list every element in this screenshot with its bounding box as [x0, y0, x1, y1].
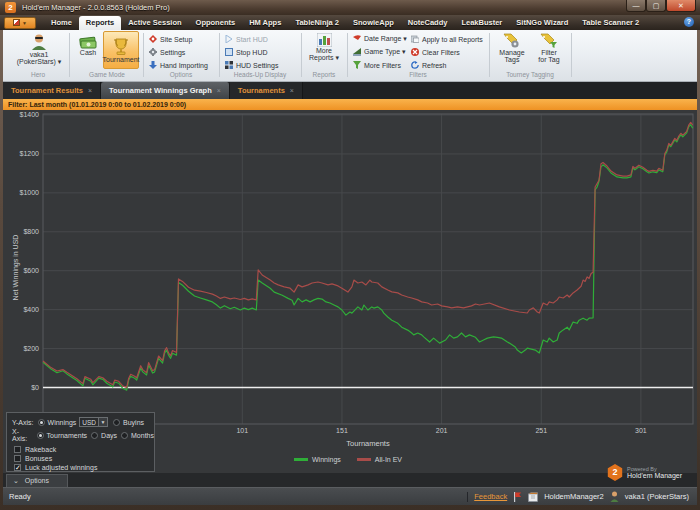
filter-for-tag-line2: for Tag: [538, 56, 559, 63]
hud-settings-button[interactable]: HUD Settings: [225, 60, 278, 70]
group-label-game-mode: Game Mode: [71, 71, 143, 78]
axis-options-panel: Y-Axis: Winnings USD ▼ Buyins X-Axis: To…: [6, 412, 155, 472]
start-hud-label: Start HUD: [236, 36, 268, 43]
stop-hud-button[interactable]: Stop HUD: [225, 47, 268, 57]
rakeback-checkbox[interactable]: [14, 446, 21, 453]
manage-tags-line1: Manage: [499, 49, 524, 56]
menu-tab-home[interactable]: Home: [44, 16, 79, 30]
tab-tournaments[interactable]: Tournaments ×: [230, 82, 303, 99]
start-hud-button[interactable]: Start HUD: [225, 34, 268, 44]
close-icon[interactable]: ×: [217, 87, 221, 94]
feedback-link[interactable]: Feedback: [474, 492, 507, 501]
clear-filters-label: Clear Filters: [422, 49, 460, 56]
manage-tags-button[interactable]: Manage Tags: [495, 33, 529, 63]
winnings-radio-label[interactable]: Winnings: [48, 419, 77, 426]
x-axis-row-label: X-Axis:: [12, 428, 33, 442]
y-tick-label: $1200: [3, 150, 39, 157]
hand-importing-button[interactable]: Hand Importing: [149, 60, 208, 70]
hand-importing-label: Hand Importing: [160, 62, 208, 69]
user-name[interactable]: vaka1 (PokerStars): [625, 492, 689, 501]
refresh-label: Refresh: [422, 62, 447, 69]
y-tick-label: $0: [3, 384, 39, 391]
menu-tab-opponents[interactable]: Opponents: [189, 16, 243, 30]
close-button[interactable]: ✕: [666, 0, 696, 12]
options-expander[interactable]: ⌄ Options: [6, 474, 68, 487]
filter-for-tag-button[interactable]: Filter for Tag: [533, 33, 565, 63]
menu-tab-hm-apps[interactable]: HM Apps: [242, 16, 288, 30]
maximize-button[interactable]: ▢: [646, 0, 666, 12]
database-cube-icon[interactable]: [528, 492, 538, 502]
months-radio[interactable]: [121, 432, 128, 439]
title-bar: 2 Hold'em Manager - 2.0.0.8563 (Holdem P…: [0, 0, 700, 15]
tournament-button[interactable]: Tournament: [103, 31, 139, 69]
account-name[interactable]: HoldemManager2: [544, 492, 604, 501]
game-type-label: Game Type ▾: [364, 48, 406, 56]
y-tick-label: $800: [3, 228, 39, 235]
rakeback-label[interactable]: Rakeback: [25, 446, 56, 453]
apply-to-all-reports-button[interactable]: Apply to all Reports: [411, 34, 483, 44]
tournaments-radio[interactable]: [37, 432, 44, 439]
x-tick-label: 151: [330, 427, 354, 434]
tab-tournament-winnings-graph[interactable]: Tournament Winnings Graph ×: [101, 82, 230, 99]
cash-button[interactable]: Cash: [75, 36, 101, 56]
luck-adjusted-label[interactable]: Luck adjusted winnings: [25, 464, 97, 471]
menu-tab-reports[interactable]: Reports: [79, 16, 121, 30]
luck-adjusted-checkbox[interactable]: ✓: [14, 464, 21, 471]
menu-tab-active-session[interactable]: Active Session: [121, 16, 188, 30]
legend-allin-ev: All-In EV: [357, 456, 402, 463]
app-menu-flag-icon: [13, 19, 20, 26]
filter-bar[interactable]: Filter: Last month (01.01.2019 0:00 to 0…: [3, 99, 697, 110]
currency-dropdown[interactable]: USD ▼: [79, 417, 108, 427]
menu-tab-tableninja[interactable]: TableNinja 2: [288, 16, 346, 30]
minimize-button[interactable]: —: [626, 0, 646, 12]
app-menu-button[interactable]: ▼: [4, 17, 36, 29]
y-tick-label: $600: [3, 267, 39, 274]
apply-to-all-reports-label: Apply to all Reports: [422, 36, 483, 43]
y-tick-label: $1000: [3, 189, 39, 196]
series-all-in-ev: [43, 122, 693, 387]
clear-filters-button[interactable]: Clear Filters: [411, 47, 460, 57]
close-icon[interactable]: ×: [88, 87, 92, 94]
more-filters-button[interactable]: More Filters: [353, 60, 401, 70]
months-radio-label[interactable]: Months: [131, 432, 154, 439]
site-setup-label: Site Setup: [160, 36, 192, 43]
winnings-swatch-icon: [294, 458, 308, 461]
menu-tab-leakbuster[interactable]: LeakBuster: [454, 16, 509, 30]
hud-grid-icon: [225, 61, 233, 69]
buyins-radio-label[interactable]: Buyins: [123, 419, 144, 426]
more-reports-button[interactable]: More Reports ▾: [305, 33, 343, 62]
cash-icon: [79, 36, 97, 49]
menu-tab-table-scanner[interactable]: Table Scanner 2: [575, 16, 646, 30]
days-radio[interactable]: [91, 432, 98, 439]
bonuses-label[interactable]: Bonuses: [25, 455, 52, 462]
refresh-button[interactable]: Refresh: [411, 60, 447, 70]
bonuses-checkbox[interactable]: [14, 455, 21, 462]
tab-tournament-results[interactable]: Tournament Results ×: [3, 82, 101, 99]
settings-button[interactable]: Settings: [149, 47, 185, 57]
filter-for-tag-icon: [540, 33, 558, 49]
winnings-radio[interactable]: [38, 419, 45, 426]
tournaments-radio-label[interactable]: Tournaments: [47, 432, 87, 439]
hm2-logo-icon: 2: [607, 464, 623, 481]
buyins-radio[interactable]: [113, 419, 120, 426]
y-tick-label: $1400: [3, 111, 39, 118]
menu-tab-notecaddy[interactable]: NoteCaddy: [401, 16, 455, 30]
group-label-tourney-tagging: Tourney Tagging: [491, 71, 569, 78]
close-icon[interactable]: ×: [290, 87, 294, 94]
help-icon[interactable]: ?: [684, 17, 694, 27]
user-avatar-icon[interactable]: [610, 491, 619, 502]
window-title: Hold'em Manager - 2.0.0.8563 (Holdem Pro…: [22, 3, 170, 12]
menu-tab-sitngo-wizard[interactable]: SitNGo Wizard: [509, 16, 575, 30]
flag-icon[interactable]: [513, 492, 522, 502]
menu-tab-snowieapp[interactable]: SnowieApp: [346, 16, 401, 30]
stop-square-icon: [225, 48, 233, 56]
game-type-button[interactable]: Game Type ▾: [353, 47, 406, 57]
date-range-button[interactable]: Date Range ▾: [353, 34, 407, 44]
tab-label: Tournament Results: [11, 86, 83, 95]
hero-user-button[interactable]: vaka1 (PokerStars) ▾: [13, 33, 65, 66]
legend-winnings: Winnings: [294, 456, 341, 463]
y-tick-label: $200: [3, 345, 39, 352]
site-setup-button[interactable]: Site Setup: [149, 34, 192, 44]
days-radio-label[interactable]: Days: [101, 432, 117, 439]
apply-icon: [411, 35, 419, 43]
